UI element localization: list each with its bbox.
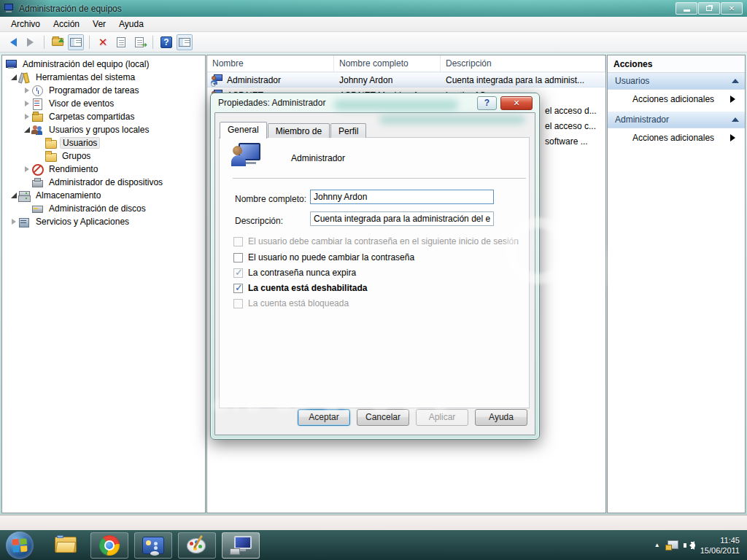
dialog-close-button[interactable]: ✕ <box>500 96 533 110</box>
up-one-level-button[interactable] <box>50 34 66 50</box>
submenu-arrow-icon <box>730 96 739 103</box>
actions-section-usuarios[interactable]: Usuarios <box>608 73 745 90</box>
forward-button[interactable] <box>23 34 39 50</box>
tree-item-usuarios[interactable]: Usuarios <box>2 136 205 149</box>
aceptar-button[interactable]: Aceptar <box>298 409 350 426</box>
user-account-icon <box>231 143 262 171</box>
acciones-adicionales-usuarios[interactable]: Acciones adicionales <box>608 90 745 108</box>
network-tray-icon[interactable] <box>665 540 678 551</box>
delete-icon: ✕ <box>98 36 108 49</box>
tab-perfil[interactable]: Perfil <box>330 123 366 138</box>
nombre-completo-input[interactable] <box>310 190 494 204</box>
taskbar-paint-button[interactable] <box>178 532 216 559</box>
list-row-administrador[interactable]: Administrador Johnny Ardon Cuenta integr… <box>207 72 605 88</box>
expander-expanded-icon[interactable] <box>9 191 18 200</box>
export-list-button[interactable] <box>131 34 147 50</box>
tree-item-grupos[interactable]: Grupos <box>2 149 205 163</box>
tree-item-programador-tareas[interactable]: Programador de tareas <box>2 84 205 97</box>
properties-button[interactable] <box>113 34 129 50</box>
restore-icon <box>706 6 712 11</box>
aplicar-button: Aplicar <box>416 409 468 426</box>
taskbar-computer-management-button[interactable] <box>222 532 260 559</box>
expander-expanded-icon[interactable] <box>9 73 18 82</box>
minimize-icon <box>684 9 690 12</box>
dialog-help-button[interactable]: ? <box>477 96 497 110</box>
tree-item-admin-dispositivos[interactable]: Administrador de dispositivos <box>2 176 205 189</box>
help-button[interactable]: ? <box>158 34 174 50</box>
expander-collapsed-icon[interactable] <box>23 112 31 121</box>
checkbox-no-puede-cambiar[interactable]: El usuario no puede cambiar la contraseñ… <box>233 252 414 263</box>
properties-icon <box>117 37 125 47</box>
computer-management-app-icon <box>3 4 15 14</box>
tree-item-usuarios-grupos[interactable]: Usuarios y grupos locales <box>2 123 205 136</box>
expander-collapsed-icon[interactable] <box>9 217 18 226</box>
tree-item-visor-eventos[interactable]: Visor de eventos <box>2 97 205 110</box>
actions-pane: Acciones Usuarios Acciones adicionales A… <box>607 55 746 513</box>
start-button[interactable] <box>6 532 34 559</box>
show-action-pane-button[interactable] <box>177 34 193 50</box>
taskbar-chrome-button[interactable] <box>90 532 128 559</box>
tree-item-carpetas-compartidas[interactable]: Carpetas compartidas <box>2 110 205 123</box>
performance-icon <box>31 164 44 175</box>
properties-dialog: Propiedades: Administrador ? ✕ General M… <box>210 93 540 440</box>
taskbar-clock[interactable]: 11:45 15/06/2011 <box>700 535 743 556</box>
tree-item-almacenamiento[interactable]: Almacenamiento <box>2 189 205 202</box>
device-manager-icon <box>31 177 44 188</box>
toolbar-separator <box>152 36 153 49</box>
checkbox-icon[interactable] <box>233 253 243 262</box>
up-folder-icon <box>52 38 63 46</box>
cancelar-button[interactable]: Cancelar <box>357 409 409 426</box>
window-title: Administración de equipos <box>19 4 122 14</box>
tab-miembro-de[interactable]: Miembro de <box>268 123 330 138</box>
column-nombre[interactable]: Nombre <box>207 55 334 72</box>
column-descripcion[interactable]: Descripción <box>441 55 605 72</box>
tree-item-rendimiento[interactable]: Rendimiento <box>2 163 205 176</box>
descripcion-input[interactable] <box>310 211 494 226</box>
back-button[interactable] <box>4 34 20 50</box>
expander-collapsed-icon[interactable] <box>23 99 31 108</box>
tree-item-equipo-local[interactable]: Administración del equipo (local) <box>2 58 205 71</box>
restore-button[interactable] <box>698 2 720 15</box>
volume-tray-icon[interactable] <box>684 540 695 551</box>
window-titlebar[interactable]: Administración de equipos ✕ <box>0 0 747 17</box>
menu-accion[interactable]: Acción <box>47 18 86 31</box>
window-statusbar <box>0 515 747 530</box>
tree-item-herramientas[interactable]: Herramientas del sistema <box>2 71 205 84</box>
show-console-tree-button[interactable] <box>68 34 84 50</box>
collapse-icon[interactable] <box>732 114 739 122</box>
delete-button[interactable]: ✕ <box>95 34 111 50</box>
dialog-tabs: General Miembro de Perfil <box>220 122 367 138</box>
checkbox-cuenta-deshabilitada[interactable]: ✓ La cuenta está deshabilitada <box>233 282 367 294</box>
menu-ver[interactable]: Ver <box>86 18 112 31</box>
tab-general[interactable]: General <box>220 122 267 139</box>
shared-folders-icon <box>31 112 44 122</box>
show-hidden-icons-button[interactable]: ▲ <box>654 542 660 548</box>
close-button[interactable]: ✕ <box>721 2 743 15</box>
expander-collapsed-icon[interactable] <box>23 165 31 174</box>
column-nombre-completo[interactable]: Nombre completo <box>334 55 441 72</box>
checkbox-checked-icon[interactable]: ✓ <box>233 284 243 293</box>
actions-section-administrador[interactable]: Administrador <box>608 112 745 128</box>
collapse-icon[interactable] <box>732 75 739 83</box>
minimize-button[interactable] <box>676 2 697 15</box>
menu-archivo[interactable]: Archivo <box>4 18 47 31</box>
acciones-adicionales-administrador[interactable]: Acciones adicionales <box>608 128 745 147</box>
control-panel-icon <box>142 537 164 554</box>
disk-management-icon <box>31 203 44 214</box>
taskbar-explorer-button[interactable] <box>47 532 85 559</box>
expander-collapsed-icon[interactable] <box>23 86 31 95</box>
checkbox-cuenta-bloqueada: La cuenta está bloqueada <box>233 298 349 309</box>
dialog-titlebar[interactable]: Propiedades: Administrador ? ✕ <box>211 93 539 112</box>
taskbar-control-panel-button[interactable] <box>134 532 172 559</box>
expander-none <box>23 178 31 187</box>
menubar: Archivo Acción Ver Ayuda <box>0 17 747 32</box>
tree-item-admin-discos[interactable]: Administración de discos <box>2 202 205 215</box>
back-icon <box>6 38 17 47</box>
explorer-icon <box>55 537 77 554</box>
event-viewer-icon <box>31 98 44 109</box>
ayuda-button[interactable]: Ayuda <box>475 409 527 426</box>
tree-item-servicios[interactable]: Servicios y Aplicaciones <box>2 215 205 228</box>
menu-ayuda[interactable]: Ayuda <box>112 18 150 31</box>
export-list-icon <box>135 37 144 47</box>
expander-expanded-icon[interactable] <box>23 125 31 134</box>
